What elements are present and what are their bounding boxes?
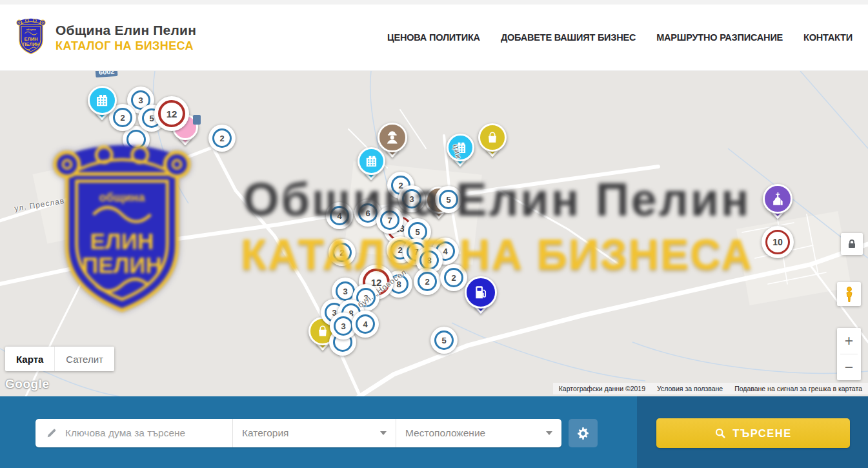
google-map-canvas[interactable]: 32512223546137522748812223338345106002ул… bbox=[0, 71, 868, 396]
map-type-satellite-button[interactable]: Сателит bbox=[54, 347, 114, 371]
street-view-pegman-button[interactable] bbox=[837, 282, 861, 306]
road-label: 6002 bbox=[96, 71, 118, 77]
cluster-marker[interactable]: 12 bbox=[154, 96, 189, 131]
pegman-icon bbox=[842, 286, 857, 303]
nav-route-schedule[interactable]: МАРШРУТНО РАЗПИСАНИЕ bbox=[656, 32, 783, 43]
lock-icon bbox=[845, 238, 858, 250]
cluster-count: 8 bbox=[419, 250, 439, 270]
cluster-count: 6 bbox=[358, 203, 378, 223]
bag-pin-marker[interactable] bbox=[478, 123, 507, 152]
fuel-icon bbox=[465, 276, 497, 309]
cluster-count: 5 bbox=[434, 331, 454, 350]
cluster-count: 4 bbox=[356, 314, 375, 334]
cluster-count: 2 bbox=[212, 128, 232, 148]
cluster-marker[interactable]: 2 bbox=[440, 264, 467, 291]
zoom-control: + − bbox=[837, 328, 861, 380]
cluster-count: 2 bbox=[332, 243, 352, 262]
cluster-marker[interactable]: 2 bbox=[208, 125, 236, 152]
map-attribution: Картографски данни ©2019 Условия за полз… bbox=[553, 383, 868, 394]
chevron-down-icon bbox=[380, 431, 387, 435]
search-input-group: Категория Местоположение bbox=[35, 419, 561, 447]
search-button-label: ТЪРСЕНЕ bbox=[732, 427, 791, 440]
cluster-marker[interactable]: 2 bbox=[414, 268, 441, 295]
cluster-count: 2 bbox=[444, 268, 463, 287]
search-button[interactable]: ТЪРСЕНЕ bbox=[656, 418, 850, 448]
brand-logo-link[interactable]: Община Елин Пелин КАТАЛОГ НА БИЗНЕСА bbox=[15, 18, 196, 57]
search-panel: Категория Местоположение ТЪРСЕНЕ bbox=[0, 396, 868, 468]
search-icon bbox=[714, 427, 726, 439]
factory-icon bbox=[358, 147, 385, 175]
main-nav: ЦЕНОВА ПОЛИТИКА ДОБАВЕТЕ ВАШИЯТ БИЗНЕС М… bbox=[387, 32, 853, 43]
bag-icon bbox=[478, 123, 507, 152]
municipality-shield-logo-icon bbox=[15, 18, 46, 57]
google-logo[interactable]: Google bbox=[5, 377, 49, 391]
attribution-terms-link[interactable]: Условия за ползване bbox=[651, 383, 729, 394]
lock-button[interactable] bbox=[841, 233, 863, 255]
cluster-marker[interactable]: 5 bbox=[435, 186, 462, 213]
map-markers-layer: 32512223546137522748812223338345106002ул… bbox=[0, 71, 868, 396]
attribution-copyright: Картографски данни ©2019 bbox=[553, 383, 651, 394]
church-icon bbox=[763, 184, 792, 214]
cluster-marker[interactable]: 4 bbox=[326, 202, 353, 229]
cluster-count: 10 bbox=[765, 230, 790, 254]
road-label bbox=[193, 115, 201, 125]
zoom-out-button[interactable]: − bbox=[837, 354, 861, 380]
gear-icon bbox=[576, 427, 590, 440]
nav-add-your-business[interactable]: ДОБАВЕТЕ ВАШИЯТ БИЗНЕС bbox=[501, 32, 636, 43]
cluster-count: 5 bbox=[439, 190, 458, 209]
factory-icon bbox=[88, 86, 117, 115]
map-type-control: Карта Сателит bbox=[5, 347, 114, 371]
cluster-count: 3 bbox=[334, 316, 353, 336]
cluster-marker[interactable]: 10 bbox=[762, 226, 794, 258]
location-dropdown[interactable]: Местоположение bbox=[396, 419, 561, 447]
site-subtitle: КАТАЛОГ НА БИЗНЕСА bbox=[56, 39, 196, 53]
cluster-marker[interactable]: 3 bbox=[398, 185, 425, 212]
cluster-marker[interactable]: 2 bbox=[328, 239, 356, 266]
category-dropdown[interactable]: Категория bbox=[232, 419, 396, 447]
map-type-map-button[interactable]: Карта bbox=[5, 347, 54, 371]
church-pin-marker[interactable] bbox=[763, 184, 792, 214]
road-label: ул. Преслав bbox=[14, 196, 65, 213]
cluster-count: 2 bbox=[418, 272, 437, 291]
factory-pin-marker[interactable] bbox=[88, 86, 117, 115]
category-dropdown-label: Категория bbox=[242, 427, 288, 439]
factory-pin-marker[interactable] bbox=[358, 147, 385, 175]
advanced-settings-button[interactable] bbox=[569, 419, 598, 447]
page-top-strip bbox=[0, 0, 868, 5]
cluster-marker[interactable]: 4 bbox=[352, 310, 379, 338]
attribution-report-error-link[interactable]: Подаване на сигнал за грешка в картата bbox=[729, 383, 868, 394]
nav-pricing-policy[interactable]: ЦЕНОВА ПОЛИТИКА bbox=[387, 32, 480, 43]
keyword-segment bbox=[35, 419, 232, 447]
cluster-count: 7 bbox=[380, 210, 399, 230]
location-dropdown-label: Местоположение bbox=[405, 427, 485, 439]
cluster-count bbox=[126, 130, 146, 149]
zoom-in-button[interactable]: + bbox=[837, 328, 861, 354]
fuel-pin-marker[interactable] bbox=[465, 276, 497, 309]
nav-contacts[interactable]: КОНТАКТИ bbox=[803, 32, 853, 43]
cluster-count: 12 bbox=[158, 100, 185, 127]
pencil-icon bbox=[46, 427, 57, 439]
cluster-count: 4 bbox=[330, 206, 349, 225]
cluster-marker[interactable]: 7 bbox=[376, 207, 403, 234]
site-header: Община Елин Пелин КАТАЛОГ НА БИЗНЕСА ЦЕН… bbox=[0, 5, 868, 71]
cluster-marker[interactable]: 5 bbox=[430, 327, 458, 354]
chevron-down-icon bbox=[546, 431, 552, 435]
keyword-search-input[interactable] bbox=[65, 427, 223, 439]
site-title: Община Елин Пелин bbox=[56, 23, 196, 38]
cluster-count: 3 bbox=[402, 189, 421, 209]
